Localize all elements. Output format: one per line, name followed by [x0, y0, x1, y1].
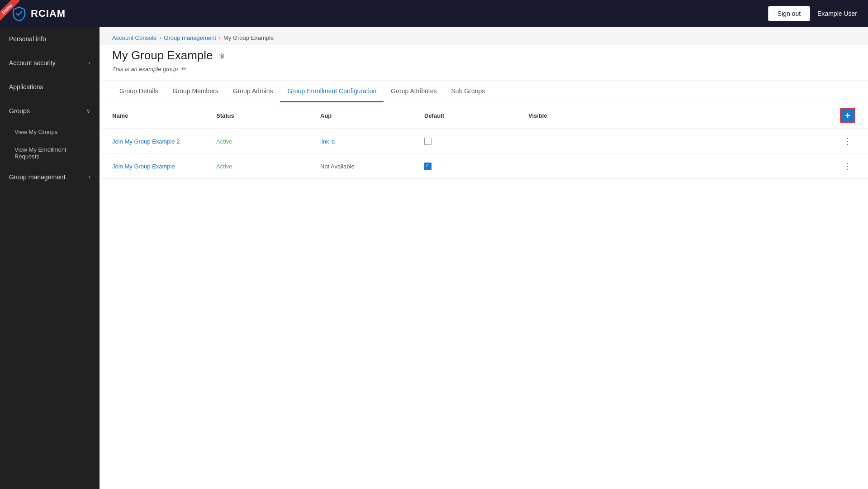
cell-action-2: ⋮ [828, 159, 855, 173]
breadcrumb-sep-1: › [159, 35, 161, 41]
aup-not-available: Not Available [320, 163, 355, 170]
chevron-right-icon: › [89, 60, 90, 66]
more-options-button-2[interactable]: ⋮ [840, 159, 855, 173]
delete-group-button[interactable]: 🗑 [218, 51, 226, 60]
sidebar-item-account-security-label: Account security [9, 59, 56, 67]
breadcrumb: Account Console › Group management › My … [100, 27, 868, 45]
breadcrumb-current: My Group Example [223, 34, 274, 41]
col-header-default: Default [424, 112, 528, 119]
aup-link-1[interactable]: link [320, 138, 329, 145]
sidebar-item-personal-info[interactable]: Personal info [0, 27, 100, 51]
enrollment-link-1[interactable]: Join My Group Example 2 [112, 138, 180, 145]
edit-subtitle-button[interactable]: ✏ [180, 64, 188, 73]
add-enrollment-button[interactable]: + [840, 108, 855, 123]
cell-status-2: Active [216, 163, 320, 170]
logo-text: RCIAM [31, 8, 66, 19]
cell-action-1: ⋮ [828, 134, 855, 148]
cell-default-1 [424, 138, 528, 145]
table-row: Join My Group Example 2 Active link ⧉ ⋮ [100, 129, 868, 154]
sidebar-item-applications[interactable]: Applications [0, 75, 100, 99]
default-checkbox-2[interactable] [424, 163, 432, 170]
col-header-aup: Aup [320, 112, 424, 119]
breadcrumb-group-management[interactable]: Group management [164, 34, 216, 41]
tab-sub-groups[interactable]: Sub Groups [444, 81, 493, 102]
table-header: Name Status Aup Default Visible + [100, 102, 868, 129]
sign-out-button[interactable]: Sign out [768, 6, 810, 21]
page-title-area: My Group Example 🗑 This is an example gr… [100, 45, 868, 81]
cell-aup-2: Not Available [320, 163, 424, 170]
main-layout: Personal info Account security › Applica… [0, 27, 868, 489]
col-header-action: + [828, 108, 855, 123]
sidebar-sub-item-view-my-enrollment-requests[interactable]: View My Enrollment Requests [0, 141, 100, 165]
sidebar-item-groups[interactable]: Groups ∨ [0, 99, 100, 123]
main-content: Account Console › Group management › My … [100, 27, 868, 489]
page-title-row: My Group Example 🗑 [112, 48, 855, 62]
sidebar-item-personal-info-label: Personal info [9, 35, 46, 43]
more-options-button-1[interactable]: ⋮ [840, 134, 855, 148]
sidebar-item-groups-label: Groups [9, 107, 30, 115]
table-row: Join My Group Example Active Not Availab… [100, 154, 868, 179]
sidebar-item-group-management-label: Group management [9, 173, 66, 181]
cell-status-1: Active [216, 138, 320, 145]
cell-default-2 [424, 163, 528, 170]
chevron-right-icon-group-mgmt: › [89, 174, 90, 180]
header-right: Sign out Example User [768, 6, 857, 21]
demo-ribbon [0, 0, 26, 26]
sidebar-sub-item-view-my-groups[interactable]: View My Groups [0, 123, 100, 141]
cell-aup-1: link ⧉ [320, 138, 424, 145]
sidebar-sub-item-view-my-enrollment-requests-label: View My Enrollment Requests [14, 146, 90, 160]
enrollment-link-2[interactable]: Join My Group Example [112, 163, 175, 170]
cell-name-1: Join My Group Example 2 [112, 138, 216, 145]
col-header-visible: Visible [528, 112, 828, 119]
sidebar-item-applications-label: Applications [9, 83, 43, 91]
col-header-status: Status [216, 112, 320, 119]
external-link-icon: ⧉ [332, 139, 335, 144]
sidebar-item-account-security[interactable]: Account security › [0, 51, 100, 75]
tab-group-members[interactable]: Group Members [166, 81, 226, 102]
breadcrumb-sep-2: › [219, 35, 221, 41]
tab-content: Name Status Aup Default Visible + Join M… [100, 102, 868, 489]
cell-name-2: Join My Group Example [112, 163, 216, 170]
user-name: Example User [817, 10, 857, 17]
tab-group-enrollment-configuration[interactable]: Group Enrollment Configuration [280, 81, 384, 102]
page-subtitle-text: This is an example group [112, 66, 178, 72]
sidebar-item-group-management[interactable]: Group management › [0, 165, 100, 189]
default-checkbox-1[interactable] [424, 138, 432, 145]
sidebar: Personal info Account security › Applica… [0, 27, 100, 489]
sidebar-sub-item-view-my-groups-label: View My Groups [14, 129, 57, 135]
enrollment-table: Name Status Aup Default Visible + Join M… [100, 102, 868, 179]
breadcrumb-account-console[interactable]: Account Console [112, 34, 157, 41]
tab-group-details[interactable]: Group Details [112, 81, 166, 102]
chevron-down-icon: ∨ [86, 108, 90, 114]
col-header-name: Name [112, 112, 216, 119]
app-header: RCIAM Sign out Example User [0, 0, 868, 27]
tabs: Group Details Group Members Group Admins… [100, 81, 868, 102]
page-subtitle: This is an example group ✏ [112, 64, 855, 73]
tab-group-attributes[interactable]: Group Attributes [384, 81, 444, 102]
page-title: My Group Example [112, 48, 213, 62]
tab-group-admins[interactable]: Group Admins [226, 81, 280, 102]
